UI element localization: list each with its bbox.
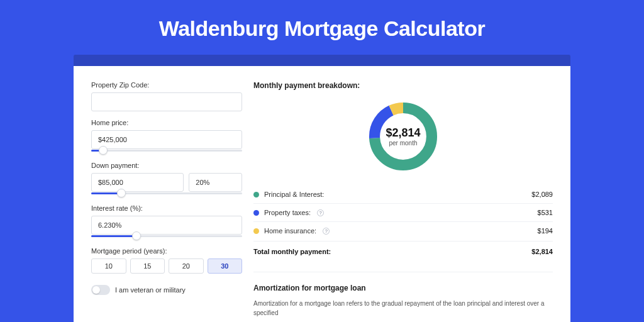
veteran-toggle[interactable] (91, 285, 110, 295)
donut-chart-wrap: $2,814 per month (253, 99, 553, 174)
legend: Principal & Interest:$2,089Property taxe… (253, 186, 553, 240)
donut-sub: per month (389, 140, 417, 147)
total-value: $2,814 (531, 248, 553, 255)
calculator-card: Property Zip Code: Home price: Down paym… (74, 66, 570, 322)
amortization-section: Amortization for mortgage loan Amortizat… (253, 272, 553, 318)
breakdown-heading: Monthly payment breakdown: (253, 81, 553, 90)
period-button-30[interactable]: 30 (208, 258, 243, 274)
field-interest-rate: Interest rate (%): (91, 204, 242, 240)
donut-center: $2,814 per month (365, 99, 441, 174)
home-price-slider[interactable] (91, 148, 242, 154)
label-zip: Property Zip Code: (91, 81, 242, 89)
label-home-price: Home price: (91, 119, 242, 126)
total-label: Total monthly payment: (253, 248, 331, 255)
legend-dot (253, 228, 259, 234)
label-period: Mortgage period (years): (91, 247, 242, 255)
period-button-15[interactable]: 15 (130, 258, 165, 274)
donut-chart: $2,814 per month (365, 99, 441, 174)
label-interest-rate: Interest rate (%): (91, 204, 242, 212)
donut-value: $2,814 (386, 126, 420, 140)
home-price-input[interactable] (91, 130, 242, 149)
legend-dot (253, 210, 259, 216)
legend-value: $2,089 (531, 191, 553, 198)
legend-dot (253, 192, 259, 197)
veteran-label: I am veteran or military (115, 286, 186, 294)
period-button-10[interactable]: 10 (91, 258, 126, 274)
zip-input[interactable] (91, 92, 242, 111)
field-home-price: Home price: (91, 119, 242, 154)
legend-value: $194 (538, 227, 553, 235)
legend-row: Principal & Interest:$2,089 (253, 186, 553, 204)
legend-label: Home insurance: (264, 227, 316, 235)
legend-value: $531 (538, 209, 553, 216)
amortization-text: Amortization for a mortgage loan refers … (253, 299, 553, 318)
down-payment-slider[interactable] (91, 191, 242, 197)
field-down-payment: Down payment: (91, 162, 242, 197)
page-title: Waldenburg Mortgage Calculator (0, 0, 644, 55)
field-period: Mortgage period (years): 10152030 (91, 247, 242, 274)
slider-thumb[interactable] (117, 189, 126, 197)
info-icon[interactable]: ? (323, 228, 330, 235)
down-payment-pct-input[interactable] (189, 173, 242, 192)
legend-row: Property taxes:?$531 (253, 204, 553, 222)
legend-label: Principal & Interest: (264, 191, 324, 198)
slider-thumb[interactable] (132, 231, 141, 240)
breakdown-column: Monthly payment breakdown: $2,814 per mo… (253, 81, 553, 318)
interest-rate-input[interactable] (91, 216, 242, 235)
toggle-knob (92, 286, 100, 294)
total-row: Total monthly payment: $2,814 (253, 241, 553, 259)
label-down-payment: Down payment: (91, 162, 242, 169)
field-zip: Property Zip Code: (91, 81, 242, 111)
slider-thumb[interactable] (99, 146, 108, 155)
down-payment-input[interactable] (91, 173, 184, 192)
legend-row: Home insurance:?$194 (253, 222, 553, 240)
interest-rate-slider[interactable] (91, 233, 242, 240)
inputs-column: Property Zip Code: Home price: Down paym… (91, 81, 242, 318)
veteran-toggle-row: I am veteran or military (91, 285, 242, 295)
legend-label: Property taxes: (264, 209, 311, 216)
info-icon[interactable]: ? (317, 209, 324, 216)
card-backdrop: Property Zip Code: Home price: Down paym… (74, 55, 570, 322)
amortization-heading: Amortization for mortgage loan (253, 284, 553, 292)
period-button-20[interactable]: 20 (169, 258, 204, 274)
